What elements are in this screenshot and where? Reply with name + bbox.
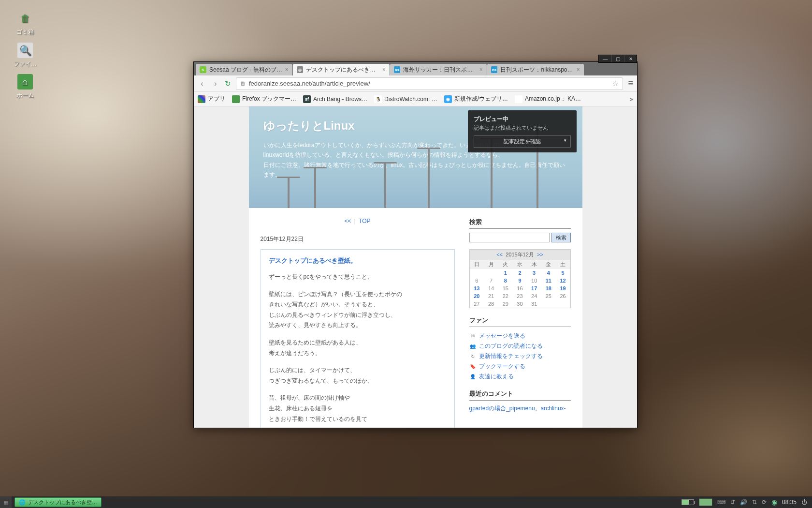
cal-day-cell[interactable]: 12 xyxy=(556,277,570,284)
cal-day-cell[interactable]: 8 xyxy=(498,277,513,284)
fan-link[interactable]: 更新情報をチェックする xyxy=(479,352,543,360)
back-button[interactable]: ‹ xyxy=(198,79,206,88)
cal-day-cell: 29 xyxy=(498,300,513,308)
post-title: デスクトップにあるべき壁紙。 xyxy=(269,256,447,265)
home-folder-icon: ⌂ xyxy=(17,74,33,90)
bookmark-item[interactable]: Firefox ブックマー… xyxy=(232,95,296,103)
search-file-icon: 🔍 xyxy=(17,43,33,58)
bookmark-star-icon[interactable]: ☆ xyxy=(612,79,619,88)
cal-day-cell[interactable]: 5 xyxy=(556,269,570,277)
desktop-icon-label: ファイ… xyxy=(10,60,41,68)
bookmark-item[interactable]: ◉ 新規作成/ウェブリ… xyxy=(444,95,508,103)
preview-title: プレビュー中 xyxy=(474,115,571,123)
cal-dow-cell: 火 xyxy=(498,260,513,269)
tab-close-icon[interactable]: × xyxy=(285,66,289,73)
bookmark-item[interactable]: a Amazon.co.jp： KA… xyxy=(515,95,581,103)
close-button[interactable]: ✕ xyxy=(624,55,637,62)
cal-day-cell[interactable]: 3 xyxy=(527,269,541,277)
bookmark-label: DistroWatch.com: … xyxy=(384,96,437,103)
cal-day-cell[interactable]: 18 xyxy=(541,284,556,292)
reload-button[interactable]: ↻ xyxy=(225,79,231,88)
fan-list-item: 🔖 ブックマークする xyxy=(469,361,571,372)
address-bar[interactable]: 🗎 ☆ xyxy=(236,77,623,90)
session-icon[interactable]: ◉ xyxy=(771,498,777,506)
network-down-icon[interactable]: ⇵ xyxy=(730,499,735,506)
updates-icon[interactable]: ⟳ xyxy=(762,499,767,506)
desktop-icon-label: ゴミ箱 xyxy=(10,28,41,36)
calendar-header: << 2015年12月 >> xyxy=(470,250,570,260)
cal-day-cell[interactable]: 1 xyxy=(498,269,513,277)
bookmarks-overflow-icon[interactable]: » xyxy=(630,96,633,103)
fan-item-icon: 🔖 xyxy=(469,364,476,369)
task-label: デスクトップにあるべき壁… xyxy=(28,499,97,506)
cal-month-label: 2015年12月 xyxy=(506,252,534,257)
workspace-switcher[interactable] xyxy=(699,498,712,506)
browser-tab[interactable]: S Seesaa ブログ - 無料のブ… × xyxy=(196,64,292,75)
search-button[interactable]: 検索 xyxy=(551,233,571,242)
cal-day-cell[interactable]: 17 xyxy=(527,284,541,292)
browser-tab[interactable]: ◎ デスクトップにあるべき壁… × xyxy=(293,64,390,75)
browser-tab[interactable]: ns 日刊スポーツ：nikkanspor… × xyxy=(487,64,584,75)
hamburger-menu-icon[interactable]: ≡ xyxy=(628,78,633,89)
cal-day-cell[interactable]: 19 xyxy=(556,284,570,292)
recent-comment-link[interactable]: gpartedの場合_pipemenu。archlinux- xyxy=(469,405,566,412)
fan-link[interactable]: このブログの読者になる xyxy=(479,342,543,350)
start-menu-button[interactable]: ▦ xyxy=(0,496,12,508)
top-link[interactable]: TOP xyxy=(359,218,370,224)
prev-link[interactable]: << xyxy=(344,218,351,224)
fan-list-item: ✉ メッセージを送る xyxy=(469,331,571,341)
cal-dow-cell: 月 xyxy=(484,260,498,269)
tab-close-icon[interactable]: × xyxy=(382,66,386,73)
desktop-icon-files[interactable]: 🔍 ファイ… xyxy=(10,43,41,68)
cal-day-cell xyxy=(484,269,498,277)
bookmark-item[interactable]: 🐧 DistroWatch.com: … xyxy=(374,95,437,103)
globe-icon: 🌐 xyxy=(19,499,26,506)
maximize-button[interactable]: ▢ xyxy=(611,55,624,62)
post-paragraph: ずーっと長くpcをやってきて思うこと。 xyxy=(269,272,447,283)
cal-day-cell[interactable]: 11 xyxy=(541,277,556,284)
cal-day-cell[interactable]: 2 xyxy=(513,269,527,277)
cal-prev-link[interactable]: << xyxy=(496,252,503,257)
forward-button[interactable]: › xyxy=(211,79,220,88)
volume-icon[interactable]: 🔊 xyxy=(740,499,747,506)
search-input[interactable] xyxy=(469,233,550,242)
network-icon[interactable]: ⇅ xyxy=(752,499,757,506)
browser-tab[interactable]: ns 海外サッカー：日刊スポー… × xyxy=(390,64,487,75)
tab-favicon-icon: ns xyxy=(394,66,401,73)
cal-next-link[interactable]: >> xyxy=(537,252,543,257)
power-icon[interactable]: ⏻ xyxy=(801,499,807,506)
lamp-decoration-icon xyxy=(314,167,316,208)
fan-link[interactable]: 友達に教える xyxy=(479,373,514,381)
cal-day-cell[interactable]: 9 xyxy=(513,277,527,284)
fan-list: ✉ メッセージを送る👥 このブログの読者になる↻ 更新情報をチェックする🔖 ブッ… xyxy=(469,331,571,382)
minimize-button[interactable]: — xyxy=(599,55,611,62)
tab-close-icon[interactable]: × xyxy=(577,66,580,73)
fan-link[interactable]: メッセージを送る xyxy=(479,332,525,340)
preview-settings-button[interactable]: 記事設定を確認 xyxy=(474,135,571,148)
post-date: 2015年12月22日 xyxy=(261,235,455,243)
cal-day-cell[interactable]: 13 xyxy=(470,284,484,292)
keyboard-icon[interactable]: ⌨ xyxy=(717,499,725,506)
desktop-icon-trash[interactable]: 🗑 ゴミ箱 xyxy=(10,11,41,36)
battery-icon[interactable] xyxy=(682,499,694,505)
clock[interactable]: 08:35 xyxy=(782,499,797,506)
cal-dow-cell: 木 xyxy=(527,260,541,269)
cal-day-cell xyxy=(541,300,556,308)
tab-favicon-icon: ns xyxy=(491,66,498,73)
search-heading: 検索 xyxy=(469,218,571,229)
cal-day-cell: 21 xyxy=(484,292,498,300)
fan-link[interactable]: ブックマークする xyxy=(479,362,525,371)
tab-close-icon[interactable]: × xyxy=(479,66,483,73)
bookmark-item[interactable]: sf Arch Bang - Brows… xyxy=(303,95,367,103)
url-input[interactable] xyxy=(249,80,609,87)
nav-separator: | xyxy=(354,218,356,224)
lamp-decoration-icon xyxy=(288,177,290,208)
cal-day-cell[interactable]: 20 xyxy=(470,292,484,300)
main-column: << | TOP 2015年12月22日 デスクトップにあるべき壁紙。 ずーっと… xyxy=(261,218,455,428)
taskbar-task-browser[interactable]: 🌐 デスクトップにあるべき壁… xyxy=(14,497,102,507)
page-viewport[interactable]: ゆったりとLinux いかに人生をfedoraアウトしていくか、からずいぶん方向… xyxy=(194,106,637,428)
cal-day-cell xyxy=(556,300,570,308)
desktop-icon-home[interactable]: ⌂ ホーム xyxy=(10,74,41,100)
cal-day-cell[interactable]: 4 xyxy=(541,269,556,277)
apps-shortcut[interactable]: アプリ xyxy=(198,95,225,103)
